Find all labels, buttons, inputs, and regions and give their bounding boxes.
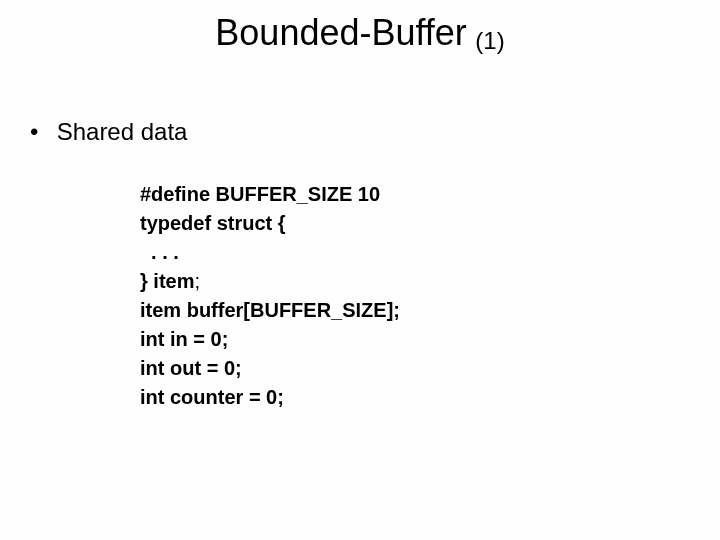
slide: Bounded-Buffer (1) • Shared data #define… <box>0 0 720 540</box>
title-main: Bounded-Buffer <box>215 12 467 53</box>
code-line: #define BUFFER_SIZE 10 <box>140 180 400 209</box>
title-subscript: (1) <box>475 27 504 54</box>
bullet-item: • Shared data <box>30 118 187 146</box>
code-line: int in = 0; <box>140 325 400 354</box>
code-line: . . . <box>140 238 400 267</box>
code-line: item buffer[BUFFER_SIZE]; <box>140 296 400 325</box>
bullet-text: Shared data <box>57 118 188 145</box>
code-line: } item; <box>140 267 400 296</box>
code-line: int out = 0; <box>140 354 400 383</box>
slide-title: Bounded-Buffer (1) <box>0 12 720 55</box>
code-block: #define BUFFER_SIZE 10 typedef struct { … <box>140 180 400 412</box>
code-line: int counter = 0; <box>140 383 400 412</box>
bullet-marker: • <box>30 118 50 146</box>
code-line: typedef struct { <box>140 209 400 238</box>
